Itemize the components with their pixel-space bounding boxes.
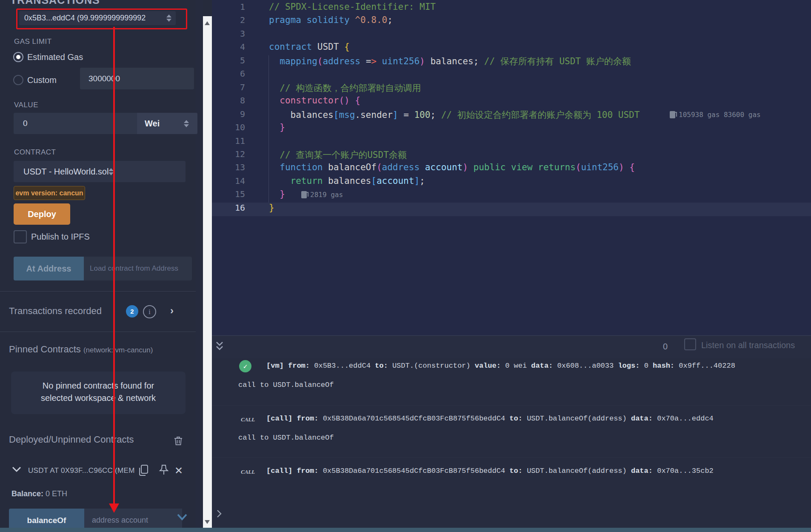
copy-icon[interactable] (137, 464, 149, 477)
expand-transactions-chevron-icon[interactable]: › (170, 305, 174, 317)
pinned-empty-line1: No pinned contracts found for (11, 381, 186, 391)
code-line[interactable]: 4contract USDT { (212, 42, 811, 55)
code-line[interactable]: 14 return balances[account]; (212, 176, 811, 189)
gas-pump-icon (301, 191, 307, 198)
divider (0, 291, 196, 292)
deploy-button[interactable]: Deploy (14, 203, 70, 225)
at-address-button[interactable]: At Address (14, 257, 84, 280)
at-address-input[interactable]: Load contract from Address (84, 257, 192, 280)
code-text: // 查询某一个账户的USDT余额 (269, 149, 407, 161)
terminal-separator (212, 405, 811, 406)
balanceof-arg-placeholder: address account (92, 516, 148, 525)
publish-ipfs-checkbox[interactable] (14, 230, 27, 243)
custom-gas-radio[interactable] (13, 75, 23, 85)
code-line[interactable]: 1// SPDX-License-Identifier: MIT (212, 2, 811, 15)
value-unit-value: Wei (145, 119, 160, 129)
transaction-log-line[interactable]: [call] from: 0x5B38Da6a701c568545dCfcB03… (266, 415, 714, 423)
pin-icon[interactable] (158, 464, 169, 476)
line-number: 15 (212, 189, 245, 199)
collapse-contract-chevron-icon[interactable] (12, 466, 21, 472)
code-line[interactable]: 5 mapping(address => uint256) balances; … (212, 55, 811, 69)
publish-ipfs-label: Publish to IPFS (31, 232, 90, 242)
transactions-recorded-label: Transactions recorded (9, 306, 102, 317)
code-line[interactable]: 10 } (212, 122, 811, 135)
code-line[interactable]: 7 // 构造函数，合约部署时自动调用 (212, 82, 811, 95)
contract-stepper-icon[interactable] (109, 168, 114, 175)
sidebar-scrollbar[interactable] (203, 0, 212, 532)
line-number: 16 (212, 203, 245, 213)
pending-tx-count: 0 (663, 342, 668, 352)
contract-select[interactable]: USDT - HelloWorld.sol (14, 161, 186, 182)
code-line[interactable]: 13 function balanceOf(address account) p… (212, 162, 811, 175)
value-unit-stepper-icon[interactable] (184, 120, 189, 127)
line-number: 12 (212, 149, 245, 159)
line-number: 4 (212, 42, 245, 52)
gas-estimate-widget: 105938 gas 83600 gas (670, 111, 761, 119)
line-number: 9 (212, 109, 245, 119)
account-select-value: 0x5B3...eddC4 (99.9999999999992 (19, 14, 166, 23)
gas-pump-icon (670, 111, 675, 118)
code-text: mapping(address => uint256) balances; //… (269, 55, 631, 67)
code-text: // 构造函数，合约部署时自动调用 (269, 82, 421, 94)
code-editor[interactable]: 1// SPDX-License-Identifier: MIT2pragma … (212, 0, 811, 335)
code-line[interactable]: 11 (212, 136, 811, 149)
line-number: 13 (212, 162, 245, 172)
gas-estimate-widget: 2819 gas (301, 191, 343, 199)
transaction-log-line[interactable]: [call] from: 0x5B38Da6a701c568545dCfcB03… (266, 467, 714, 475)
window-bottom-bar (0, 528, 811, 532)
code-line[interactable]: 2pragma solidity ^0.8.0; (212, 15, 811, 28)
balance-label: Balance: (11, 489, 43, 498)
code-line[interactable]: 6 (212, 69, 811, 82)
expand-args-chevron-icon[interactable] (177, 513, 188, 521)
scroll-up-icon[interactable] (205, 21, 210, 25)
code-text: } (269, 122, 285, 132)
transactions-count-badge: 2 (126, 305, 138, 317)
code-text: return balances[account]; (269, 176, 425, 186)
line-number: 2 (212, 15, 245, 25)
code-text: } (269, 189, 285, 199)
custom-gas-value: 3000000 (89, 74, 120, 83)
listen-all-label: Listen on all transactions (701, 340, 795, 350)
custom-gas-input[interactable]: 3000000 (80, 68, 194, 89)
pinned-contracts-title: Pinned Contracts (network: vm-cancun) (9, 344, 153, 355)
success-check-icon: ✓ (239, 360, 251, 372)
call-to-line: call to USDT.balanceOf (238, 434, 334, 442)
terminal-log[interactable]: ✓[vm] from: 0x5B3...eddC4 to: USDT.(cons… (212, 358, 811, 528)
code-text: constructor() { (269, 95, 360, 106)
divider (0, 332, 196, 332)
code-line[interactable]: 16} (212, 203, 811, 216)
account-stepper-icon[interactable] (166, 14, 171, 22)
call-badge: CALL (241, 469, 255, 475)
pinned-empty-box: No pinned contracts found for selected w… (11, 372, 186, 414)
line-number: 3 (212, 29, 245, 39)
custom-gas-label: Custom (27, 75, 57, 85)
line-number: 8 (212, 95, 245, 106)
scroll-down-icon[interactable] (205, 520, 210, 524)
code-text: pragma solidity ^0.8.0; (269, 15, 393, 25)
estimated-gas-radio[interactable] (13, 52, 23, 62)
line-number: 1 (212, 2, 245, 12)
code-line[interactable]: 15 }2819 gas (212, 189, 811, 202)
terminal-prompt-icon[interactable] (216, 509, 222, 518)
line-number: 5 (212, 55, 245, 66)
code-line[interactable]: 9 balances[msg.sender] = 100; // 初始设定合约部… (212, 109, 811, 122)
code-line[interactable]: 3 (212, 29, 811, 42)
value-input-value: 0 (23, 119, 28, 128)
deployed-contract-title: USDT AT 0X93F...C96CC (MEM (28, 466, 135, 475)
scrollbar-track[interactable] (203, 16, 212, 528)
code-line[interactable]: 8 constructor() { (212, 95, 811, 109)
info-icon[interactable]: i (143, 305, 156, 318)
account-select[interactable]: 0x5B3...eddC4 (99.9999999999992 (19, 11, 176, 25)
deploy-run-panel: TRANSACTIONS 0x5B3...eddC4 (99.999999999… (0, 0, 196, 532)
call-to-line: call to USDT.balanceOf (238, 381, 334, 389)
listen-all-checkbox[interactable] (684, 338, 696, 350)
collapse-terminal-double-chevron-icon[interactable] (215, 341, 224, 352)
trash-icon[interactable] (174, 436, 183, 446)
transaction-log-line[interactable]: [vm] from: 0x5B3...eddC4 to: USDT.(const… (266, 362, 735, 370)
value-input[interactable]: 0 (14, 113, 146, 134)
code-text: function balanceOf(address account) publ… (269, 162, 635, 172)
value-unit-select[interactable]: Wei (137, 113, 197, 134)
code-line[interactable]: 12 // 查询某一个账户的USDT余额 (212, 149, 811, 162)
close-icon[interactable]: ✕ (174, 465, 183, 477)
terminal-separator (212, 458, 811, 458)
